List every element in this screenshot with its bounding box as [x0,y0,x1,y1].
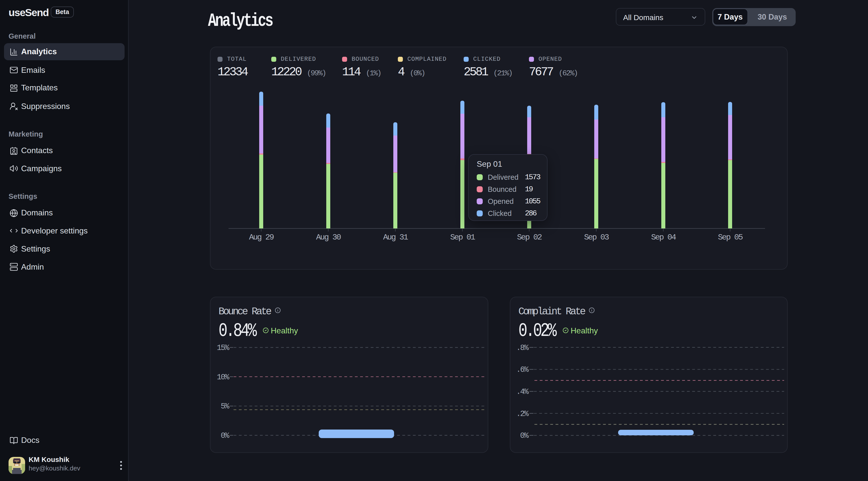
svg-text:Sep 02: Sep 02 [517,233,541,242]
svg-text:Aug 31: Aug 31 [383,233,408,242]
svg-text:Aug 29: Aug 29 [249,233,274,242]
svg-text:5%: 5% [221,402,229,411]
svg-text:Sep 03: Sep 03 [584,233,609,242]
svg-text:15%: 15% [217,344,229,352]
svg-text:10%: 10% [217,373,229,382]
svg-text:Aug 30: Aug 30 [316,233,341,242]
svg-text:0%: 0% [520,431,529,440]
svg-text:.6%: .6% [516,365,529,374]
svg-text:Sep 04: Sep 04 [651,233,676,242]
svg-text:.2%: .2% [516,410,529,418]
svg-text:0%: 0% [221,431,229,440]
svg-text:.4%: .4% [516,387,529,396]
svg-text:Sep 05: Sep 05 [718,233,743,242]
svg-text:.8%: .8% [516,344,529,352]
svg-text:Sep 01: Sep 01 [450,233,475,242]
